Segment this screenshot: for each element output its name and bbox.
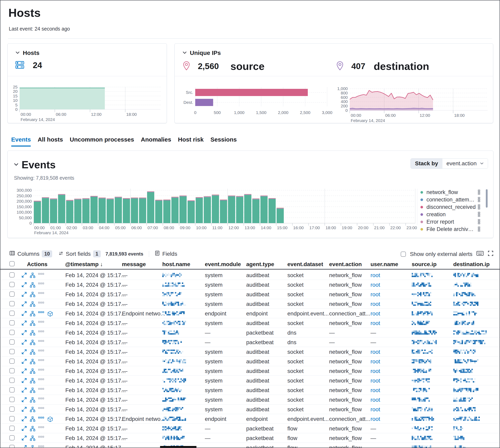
cell-user-name[interactable]: root [371,272,380,278]
row-checkbox[interactable] [9,272,15,277]
cell-destination-ip-redacted[interactable] [453,273,479,278]
legend-item[interactable]: network_flow [420,189,492,196]
more-actions-icon[interactable] [38,292,44,295]
row-checkbox[interactable] [9,339,15,345]
expand-event-icon[interactable] [22,378,27,384]
expand-event-icon[interactable] [22,330,27,336]
row-checkbox[interactable] [9,359,15,364]
legend-item[interactable]: disconnect_received [420,203,492,211]
chevron-down-icon[interactable] [182,50,187,56]
cell-host-name-redacted[interactable] [162,302,186,307]
cell-user-name[interactable]: root [371,349,380,355]
legend-item[interactable]: Error report [420,218,492,225]
row-checkbox[interactable] [9,282,15,287]
cell-destination-ip-redacted[interactable] [453,359,479,364]
cell-source-ip-redacted[interactable] [412,321,430,326]
row-checkbox[interactable] [9,445,15,448]
cell-destination-ip-redacted[interactable] [453,398,474,403]
legend-menu-icon[interactable] [478,219,481,225]
tab-host-risk[interactable]: Host risk [178,136,204,146]
cell-destination-ip-redacted[interactable] [453,340,486,345]
analyze-event-icon[interactable] [30,320,35,327]
cell-source-ip-redacted[interactable] [412,417,435,422]
column-header-hostname[interactable]: host.name [162,261,190,268]
cell-host-name-redacted[interactable] [162,398,187,403]
cell-source-ip-redacted[interactable] [412,283,432,288]
cell-source-ip-redacted[interactable] [412,407,433,412]
legend-menu-icon[interactable] [478,226,481,232]
cell-source-ip-redacted[interactable] [412,445,432,448]
sort-fields-button[interactable]: Sort fields 1 [59,250,101,257]
expand-event-icon[interactable] [22,311,27,317]
more-actions-icon[interactable] [38,359,44,362]
cell-host-name-redacted[interactable] [162,273,183,278]
more-actions-icon[interactable] [38,407,44,410]
cell-host-name-redacted[interactable] [162,311,186,317]
cell-source-ip-redacted[interactable] [412,359,432,364]
expand-event-icon[interactable] [22,387,27,394]
cell-destination-ip-redacted[interactable] [453,330,487,336]
cell-host-name-redacted[interactable] [162,283,186,288]
column-header-eventmodule[interactable]: event.module [205,261,241,268]
column-header-agenttype[interactable]: agent.type [246,261,274,268]
cell-destination-ip-redacted[interactable] [453,407,477,412]
row-checkbox[interactable] [9,406,15,412]
analyze-event-icon[interactable] [30,272,35,279]
legend-item[interactable]: creation [420,211,492,218]
more-actions-icon[interactable] [38,301,44,305]
row-checkbox[interactable] [9,368,15,373]
more-actions-icon[interactable] [38,311,44,314]
cell-user-name[interactable]: root [371,416,380,422]
legend-item[interactable]: File Delete archived (... [420,225,492,233]
cell-source-ip-redacted[interactable] [412,350,433,355]
more-actions-icon[interactable] [38,368,44,372]
row-checkbox[interactable] [9,378,15,383]
more-actions-icon[interactable] [38,387,44,391]
column-header-message[interactable]: message [122,261,146,268]
cell-destination-ip-redacted[interactable] [453,292,476,297]
expand-event-icon[interactable] [22,301,27,307]
legend-menu-icon[interactable] [478,197,481,203]
column-header-sourceip[interactable]: source.ip [412,261,436,268]
row-checkbox[interactable] [9,301,15,306]
cell-host-name-redacted[interactable] [162,417,187,422]
fullscreen-icon[interactable] [488,250,494,258]
analyze-event-icon[interactable] [30,368,35,375]
column-header-destinationip[interactable]: destination.ip [453,261,490,268]
cell-host-name-redacted[interactable] [162,359,187,364]
cell-destination-ip-redacted[interactable] [453,283,473,288]
more-actions-icon[interactable] [38,397,44,401]
keyboard-icon[interactable] [476,250,484,258]
column-header-username[interactable]: user.name [371,261,398,268]
row-checkbox[interactable] [9,397,15,402]
cell-source-ip-redacted[interactable] [412,436,433,441]
analyze-event-icon[interactable] [30,416,35,423]
cell-user-name[interactable]: root [371,406,380,413]
tab-events[interactable]: Events [11,136,31,146]
columns-button[interactable]: Columns 10 [9,250,52,257]
cell-host-name-redacted[interactable] [162,426,183,432]
more-actions-icon[interactable] [38,378,44,382]
cell-source-ip-redacted[interactable] [412,302,431,307]
cell-user-name[interactable]: root [371,310,380,317]
cell-source-ip-redacted[interactable] [412,388,431,393]
cell-destination-ip-redacted[interactable] [453,417,480,422]
expand-event-icon[interactable] [22,359,27,365]
cell-source-ip-redacted[interactable] [412,426,433,432]
cell-source-ip-redacted[interactable] [412,311,433,317]
cell-user-name[interactable]: root [371,387,380,394]
horizontal-scrollbar[interactable] [160,446,196,448]
column-header-timestamp[interactable]: @timestamp ↓ [65,261,103,268]
tab-all-hosts[interactable]: All hosts [37,136,63,146]
cell-destination-ip-redacted[interactable] [453,426,464,432]
tab-sessions[interactable]: Sessions [210,136,237,146]
cell-destination-ip-redacted[interactable] [453,321,476,326]
expand-event-icon[interactable] [22,435,27,441]
analyze-event-icon[interactable] [30,301,35,308]
cell-user-name[interactable]: root [371,378,380,384]
cell-host-name-redacted[interactable] [162,388,184,393]
legend-scrollbar[interactable] [486,189,488,208]
cell-host-name-redacted[interactable] [162,340,183,345]
analyze-event-icon[interactable] [30,407,35,413]
cell-destination-ip-redacted[interactable] [453,378,476,384]
